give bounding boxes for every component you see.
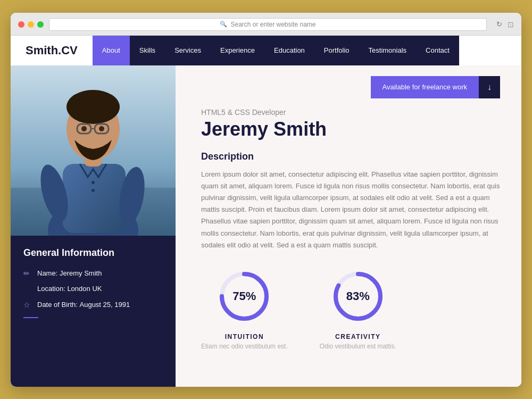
content-area: Available for freelance work ↓ HTML5 & C… — [176, 65, 521, 387]
info-dob-row: ☆ Date of Birth: August 25, 1991 — [23, 300, 163, 310]
svg-rect-3 — [63, 164, 126, 233]
freelance-button[interactable]: Available for freelance work — [371, 76, 479, 98]
sidebar: General Information ✏ Name: Jeremy Smith… — [11, 65, 176, 387]
top-bar: Available for freelance work ↓ — [201, 76, 500, 98]
sidebar-heading: General Information — [23, 247, 163, 259]
svg-point-12 — [81, 126, 87, 131]
divider — [23, 317, 38, 318]
nav-services[interactable]: Services — [165, 36, 211, 65]
intuition-desc: Etiam nec odio vestibulum est. — [201, 343, 288, 350]
download-icon: ↓ — [487, 82, 492, 92]
main-title: Jeremy Smith — [201, 119, 500, 140]
svg-point-15 — [92, 189, 95, 192]
nav-contact[interactable]: Contact — [416, 36, 459, 65]
creativity-circle: 83% — [329, 267, 387, 326]
developer-subtitle: HTML5 & CSS Developer — [201, 108, 500, 117]
download-button[interactable]: ↓ — [479, 76, 500, 98]
maximize-button[interactable] — [37, 21, 44, 28]
header: Smith.CV About Skills Services Experienc… — [11, 36, 521, 65]
description-text: Lorem ipsum dolor sit amet, consectetur … — [201, 169, 500, 251]
intuition-label: INTUITION — [225, 333, 264, 340]
close-button[interactable] — [18, 21, 24, 28]
address-text: Search or enter website name — [230, 21, 315, 28]
refresh-button[interactable]: ↻ — [496, 20, 502, 28]
search-icon: 🔍 — [220, 21, 227, 28]
minimize-button[interactable] — [28, 21, 34, 28]
logo: Smith.CV — [11, 36, 93, 65]
stat-creativity: 83% CREATIVITY Odio vestibulum est matti… — [320, 267, 396, 350]
info-name: Name: Jeremy Smith — [37, 268, 102, 279]
freelance-label: Available for freelance work — [383, 83, 467, 91]
creativity-label: CREATIVITY — [335, 333, 380, 340]
main-nav: About Skills Services Experience Educati… — [93, 36, 459, 65]
info-name-row: ✏ Name: Jeremy Smith — [23, 268, 163, 279]
nav-testimonials[interactable]: Testimonials — [359, 36, 417, 65]
creativity-value: 83% — [346, 289, 370, 303]
info-location-row: ✏ Location: London UK — [23, 284, 163, 294]
profile-photo — [11, 65, 176, 236]
info-location: Location: London UK — [37, 284, 102, 294]
svg-point-14 — [92, 181, 95, 184]
intuition-value: 75% — [232, 289, 256, 303]
edit-icon: ✏ — [23, 269, 32, 278]
nav-skills[interactable]: Skills — [130, 36, 165, 65]
traffic-lights — [18, 21, 44, 28]
sidebar-info: General Information ✏ Name: Jeremy Smith… — [11, 236, 176, 387]
svg-point-13 — [99, 126, 104, 131]
info-dob: Date of Birth: August 25, 1991 — [37, 300, 130, 310]
nav-experience[interactable]: Experience — [211, 36, 264, 65]
name-value: Jeremy Smith — [60, 269, 102, 277]
address-bar[interactable]: 🔍 Search or enter website name — [49, 18, 487, 31]
dob-value: August 25, 1991 — [80, 301, 130, 309]
star-icon: ☆ — [23, 301, 32, 309]
nav-about[interactable]: About — [93, 36, 130, 65]
nav-portfolio[interactable]: Portfolio — [314, 36, 359, 65]
creativity-desc: Odio vestibulum est mattis. — [320, 343, 396, 350]
stat-intuition: 75% INTUITION Etiam nec odio vestibulum … — [201, 267, 288, 350]
page: Smith.CV About Skills Services Experienc… — [11, 36, 521, 387]
browser-chrome: 🔍 Search or enter website name ↻ ⊡ — [11, 13, 521, 36]
window-controls: ⊡ — [508, 20, 514, 29]
description-heading: Description — [201, 151, 500, 162]
stats-section: 75% INTUITION Etiam nec odio vestibulum … — [201, 267, 500, 350]
main-content: General Information ✏ Name: Jeremy Smith… — [11, 65, 521, 387]
intuition-circle: 75% — [215, 267, 273, 326]
nav-education[interactable]: Education — [264, 36, 314, 65]
location-value: London UK — [67, 285, 102, 293]
svg-point-8 — [66, 90, 120, 124]
browser-window: 🔍 Search or enter website name ↻ ⊡ Smith… — [11, 13, 521, 387]
